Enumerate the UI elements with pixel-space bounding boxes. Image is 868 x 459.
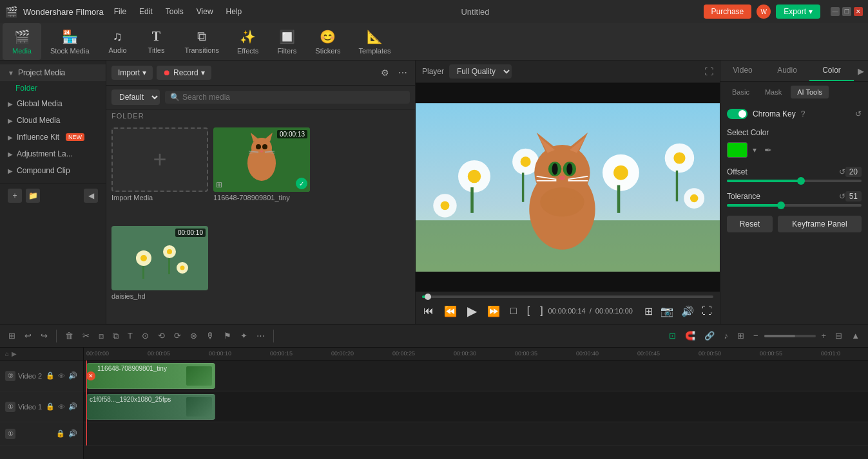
- color-swatch[interactable]: [727, 142, 747, 158]
- timeline-crop-button[interactable]: ⧈: [95, 329, 107, 343]
- import-media-button[interactable]: +: [111, 127, 208, 192]
- close-button[interactable]: ✕: [854, 7, 863, 16]
- timeline-snap-button[interactable]: ⊡: [666, 329, 679, 342]
- camera-button[interactable]: 📷: [659, 304, 675, 319]
- sidebar-item-project-media[interactable]: ▼ Project Media: [0, 64, 106, 81]
- fullscreen-button[interactable]: ⛶: [700, 304, 713, 318]
- media-clip-1[interactable]: 00:00:13 ⊞ ✓: [213, 127, 310, 192]
- record-button[interactable]: ⏺ Record ▾: [157, 66, 211, 80]
- sidebar-item-compound-clip[interactable]: ▶ Compound Clip: [0, 162, 106, 179]
- sidebar-item-influence-kit[interactable]: ▶ Influence Kit NEW: [0, 129, 106, 145]
- preview-expand-button[interactable]: ⛶: [704, 66, 713, 77]
- timeline-text-button[interactable]: T: [124, 329, 136, 342]
- timeline-split-button[interactable]: ✂: [79, 329, 93, 342]
- tolerance-reset-icon[interactable]: ↺: [839, 192, 845, 201]
- purchase-button[interactable]: Purchase: [704, 5, 752, 19]
- offset-slider[interactable]: [727, 180, 862, 182]
- video1-mute-button[interactable]: 🔊: [68, 402, 78, 411]
- timeline-marker-button[interactable]: ⚑: [220, 329, 235, 342]
- timeline-reverse-button[interactable]: ⟳: [171, 329, 184, 342]
- export-button[interactable]: Export ▾: [776, 5, 820, 19]
- sidebar-item-adjustment[interactable]: ▶ Adjustment La...: [0, 145, 106, 162]
- timeline-add-track-button[interactable]: ⊞: [5, 329, 19, 342]
- timeline-motion-button[interactable]: ✦: [237, 329, 251, 342]
- timeline-split-audio-button[interactable]: ♪: [720, 329, 731, 342]
- search-input[interactable]: [182, 93, 405, 102]
- timeline-home-button[interactable]: ⌂: [5, 350, 9, 357]
- tab-color[interactable]: Color: [809, 61, 854, 81]
- menu-file[interactable]: File: [109, 5, 131, 19]
- chroma-key-help-icon[interactable]: ?: [801, 109, 805, 118]
- reset-button[interactable]: Reset: [727, 216, 773, 232]
- mark-out-button[interactable]: ]: [539, 304, 544, 318]
- video2-hide-button[interactable]: 👁: [57, 371, 66, 380]
- frame-back-button[interactable]: ⏪: [443, 304, 458, 319]
- zoom-in-button[interactable]: +: [818, 329, 830, 342]
- media-clip-2[interactable]: 00:00:10: [111, 226, 208, 290]
- progress-handle[interactable]: [425, 294, 431, 300]
- menu-help[interactable]: Help: [221, 5, 247, 19]
- timeline-link-button[interactable]: 🔗: [701, 329, 718, 342]
- right-panel-expand-button[interactable]: ▶: [854, 61, 868, 81]
- minimize-button[interactable]: —: [831, 7, 840, 16]
- keyframe-panel-button[interactable]: Keyframe Panel: [778, 216, 862, 232]
- timeline-ruler[interactable]: 00:00:00 00:00:05 00:00:10 00:00:15 00:0…: [84, 348, 868, 361]
- sidebar-item-folder[interactable]: Folder: [0, 81, 106, 95]
- timeline-redo-button[interactable]: ↪: [37, 329, 51, 342]
- audio1-lock-button[interactable]: 🔒: [55, 429, 66, 438]
- subtab-ai-tools[interactable]: AI Tools: [791, 86, 829, 98]
- video1-lock-button[interactable]: 🔒: [45, 402, 55, 411]
- offset-thumb[interactable]: [797, 177, 805, 185]
- video1-hide-button[interactable]: 👁: [57, 402, 66, 411]
- timeline-undo-button[interactable]: ↩: [21, 329, 35, 342]
- frame-forward-button[interactable]: ⏩: [486, 304, 501, 319]
- toolbar-templates[interactable]: 📐 Templates: [349, 23, 400, 60]
- quality-select[interactable]: Full Quality: [449, 64, 512, 79]
- toolbar-stock-media[interactable]: 🏪 Stock Media: [41, 23, 99, 60]
- zoom-out-button[interactable]: −: [750, 329, 762, 342]
- tab-video[interactable]: Video: [720, 61, 765, 81]
- more-options-button[interactable]: ⋯: [396, 66, 410, 79]
- toolbar-effects[interactable]: ✨ Effects: [228, 23, 267, 60]
- toolbar-filters[interactable]: 🔲 Filters: [267, 23, 306, 60]
- video2-clip[interactable]: ✕ 116648-708909801_tiny: [86, 363, 215, 389]
- avatar[interactable]: W: [757, 5, 771, 19]
- play-button[interactable]: ▶: [466, 302, 478, 320]
- timeline-overlay-button[interactable]: ⊞: [734, 329, 747, 342]
- sort-select[interactable]: Default: [111, 89, 160, 105]
- offset-reset-icon[interactable]: ↺: [839, 167, 845, 176]
- timeline-freeze-button[interactable]: ⊙: [139, 329, 152, 342]
- step-back-button[interactable]: ⏮: [422, 304, 435, 318]
- toolbar-media[interactable]: 🎬 Media: [3, 23, 41, 60]
- timeline-stabilize-button[interactable]: ⊗: [187, 329, 200, 342]
- import-button[interactable]: Import ▾: [111, 66, 153, 80]
- timeline-delete-button[interactable]: 🗑: [62, 329, 77, 342]
- timeline-more-button[interactable]: ⋯: [253, 329, 268, 342]
- loop-button[interactable]: □: [509, 304, 518, 318]
- toolbar-transitions[interactable]: ⧉ Transitions: [176, 23, 228, 60]
- timeline-speed-button[interactable]: ⟲: [155, 329, 168, 342]
- video1-clip[interactable]: c1f0f58..._1920x1080_25fps: [86, 394, 215, 420]
- timeline-layout-button[interactable]: ⊟: [832, 329, 845, 342]
- volume-button[interactable]: 🔊: [680, 304, 695, 319]
- add-folder-button[interactable]: +: [8, 189, 22, 203]
- chroma-key-toggle[interactable]: [727, 109, 747, 119]
- sidebar-item-global-media[interactable]: ▶ Global Media: [0, 95, 106, 112]
- subtab-mask[interactable]: Mask: [758, 86, 788, 98]
- create-folder-button[interactable]: 📁: [26, 189, 40, 203]
- toolbar-audio[interactable]: ♫ Audio: [99, 23, 137, 60]
- maximize-button[interactable]: ❐: [842, 7, 851, 16]
- export-dropdown-icon[interactable]: ▾: [809, 7, 813, 16]
- zoom-slider[interactable]: [764, 335, 816, 337]
- collapse-panel-button[interactable]: ◀: [84, 189, 98, 203]
- tab-audio[interactable]: Audio: [765, 61, 809, 81]
- menu-tools[interactable]: Tools: [160, 5, 189, 19]
- color-expand-icon[interactable]: ▾: [753, 145, 757, 155]
- timeline-audio-button[interactable]: 🎙: [203, 329, 218, 342]
- snapshot-button[interactable]: ⊞: [643, 304, 654, 319]
- chroma-key-reset-icon[interactable]: ↺: [855, 109, 862, 118]
- audio1-mute-button[interactable]: 🔊: [68, 429, 78, 438]
- timeline-expand-button[interactable]: ▲: [848, 329, 863, 342]
- subtab-basic[interactable]: Basic: [726, 86, 756, 98]
- sidebar-item-cloud-media[interactable]: ▶ Cloud Media: [0, 112, 106, 129]
